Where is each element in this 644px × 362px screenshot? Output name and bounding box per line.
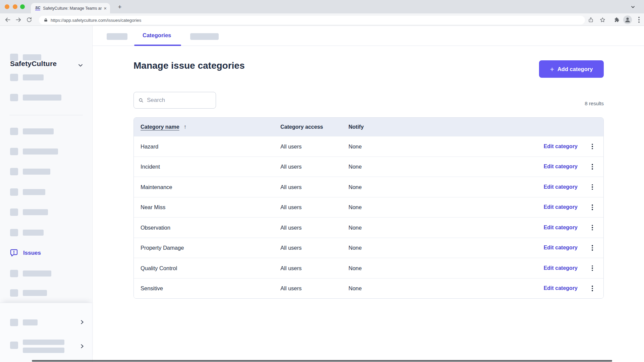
edit-category-link[interactable]: Edit category — [544, 265, 578, 271]
edit-category-link[interactable]: Edit category — [544, 285, 578, 291]
category-name-cell: Quality Control — [141, 265, 177, 271]
skeleton-icon — [10, 270, 18, 277]
row-kebab-menu-icon[interactable] — [588, 162, 596, 171]
browser-avatar[interactable] — [623, 15, 632, 24]
skeleton-label — [23, 54, 41, 60]
share-icon[interactable] — [586, 15, 595, 24]
org-chevron-down-icon[interactable] — [77, 62, 84, 69]
table-row: Property Damage All users None Edit cate… — [134, 238, 603, 258]
skeleton-icon — [10, 319, 18, 326]
category-access-cell: All users — [280, 204, 302, 210]
issues-tab-bar: Categories — [93, 26, 644, 46]
tab-search-chevron-icon[interactable] — [629, 3, 637, 11]
skeleton-label — [23, 95, 61, 101]
category-access-cell: All users — [280, 265, 302, 271]
sidebar-bottom-section — [0, 303, 92, 362]
sidebar-item-issues-label: Issues — [23, 250, 41, 256]
sidebar: SafetyCulture Iss — [0, 26, 93, 362]
address-bar[interactable]: https://app.safetyculture.com/issues/cat… — [39, 16, 585, 24]
screen: SC SafetyCulture: Manage Teams and ... ×… — [0, 0, 644, 362]
bookmark-star-icon[interactable] — [598, 15, 607, 24]
column-header-category-name[interactable]: Category name ↑ — [141, 124, 186, 130]
row-kebab-menu-icon[interactable] — [588, 142, 596, 151]
skeleton-icon — [10, 188, 18, 196]
skeleton-tab[interactable] — [190, 33, 219, 40]
edit-category-link[interactable]: Edit category — [544, 204, 578, 210]
table-row: Observation All users None Edit category — [134, 217, 603, 238]
back-icon[interactable] — [3, 15, 12, 24]
plus-icon: + — [550, 66, 554, 73]
category-name-cell: Maintenance — [141, 184, 172, 190]
notify-cell: None — [348, 224, 362, 231]
edit-category-link[interactable]: Edit category — [544, 164, 578, 170]
skeleton-label — [23, 340, 64, 345]
category-access-cell: All users — [280, 143, 302, 149]
sidebar-item-issues[interactable]: Issues — [9, 248, 41, 257]
skeleton-label — [23, 148, 58, 155]
traffic-light-zoom-icon[interactable] — [20, 4, 25, 9]
search-box[interactable] — [133, 92, 216, 109]
column-header-category-access[interactable]: Category access — [280, 124, 323, 130]
skeleton-label — [23, 348, 64, 353]
skeleton-label — [23, 209, 48, 215]
lock-icon — [44, 18, 48, 22]
sort-ascending-arrow-icon[interactable]: ↑ — [184, 124, 187, 130]
skeleton-label — [23, 189, 45, 195]
search-icon — [139, 98, 144, 103]
active-tab-underline — [134, 45, 181, 46]
row-kebab-menu-icon[interactable] — [588, 223, 596, 232]
row-kebab-menu-icon[interactable] — [588, 202, 596, 212]
column-header-notify[interactable]: Notify — [348, 124, 364, 130]
favicon: SC — [35, 6, 40, 10]
browser-menu-kebab-icon[interactable] — [635, 15, 643, 24]
page-title: Manage issue categories — [133, 60, 245, 71]
table-row: Sensitive All users None Edit category — [134, 278, 603, 299]
skeleton-icon — [10, 74, 18, 81]
edit-category-link[interactable]: Edit category — [544, 143, 578, 149]
extensions-puzzle-icon[interactable] — [612, 15, 621, 24]
skeleton-label — [23, 270, 51, 277]
skeleton-icon — [10, 94, 18, 101]
table-row: Maintenance All users None Edit category — [134, 177, 603, 197]
skeleton-icon — [10, 148, 18, 155]
category-name-cell: Hazard — [141, 143, 158, 149]
notify-cell: None — [348, 143, 362, 149]
results-count: 8 results — [557, 101, 604, 106]
skeleton-label — [23, 319, 38, 325]
skeleton-icon — [10, 208, 18, 216]
browser-tab[interactable]: SC SafetyCulture: Manage Teams and ... × — [31, 3, 110, 13]
edit-category-link[interactable]: Edit category — [544, 245, 578, 251]
forward-icon[interactable] — [14, 15, 23, 24]
search-input[interactable] — [147, 97, 211, 104]
tab-categories[interactable]: Categories — [143, 32, 171, 39]
issues-bubble-icon — [9, 248, 18, 257]
table-row: Quality Control All users None Edit cate… — [134, 258, 603, 278]
edit-category-link[interactable]: Edit category — [544, 225, 578, 231]
reload-icon[interactable] — [25, 15, 34, 24]
skeleton-icon — [10, 54, 18, 61]
notify-cell: None — [348, 285, 362, 292]
row-kebab-menu-icon[interactable] — [588, 284, 596, 293]
skeleton-icon — [10, 168, 18, 175]
notify-cell: None — [348, 164, 362, 170]
category-name-cell: Near Miss — [141, 204, 165, 210]
edit-category-link[interactable]: Edit category — [544, 184, 578, 190]
row-kebab-menu-icon[interactable] — [588, 243, 596, 252]
notify-cell: None — [348, 245, 362, 251]
row-kebab-menu-icon[interactable] — [588, 263, 596, 273]
tab-close-icon[interactable]: × — [104, 5, 107, 11]
table-body: Hazard All users None Edit category Inci… — [134, 136, 603, 298]
skeleton-label — [23, 169, 50, 175]
traffic-light-minimize-icon[interactable] — [13, 4, 17, 9]
new-tab-button[interactable]: + — [115, 3, 124, 11]
traffic-light-close-icon[interactable] — [5, 4, 9, 9]
skeleton-tab[interactable] — [107, 33, 127, 40]
category-access-cell: All users — [280, 245, 302, 251]
chevron-right-icon[interactable] — [79, 343, 85, 349]
add-category-button[interactable]: + Add category — [539, 60, 604, 78]
chevron-right-icon[interactable] — [79, 319, 85, 325]
table-row: Hazard All users None Edit category — [134, 136, 603, 157]
row-kebab-menu-icon[interactable] — [588, 182, 596, 192]
category-access-cell: All users — [280, 184, 302, 190]
skeleton-label — [23, 74, 44, 80]
